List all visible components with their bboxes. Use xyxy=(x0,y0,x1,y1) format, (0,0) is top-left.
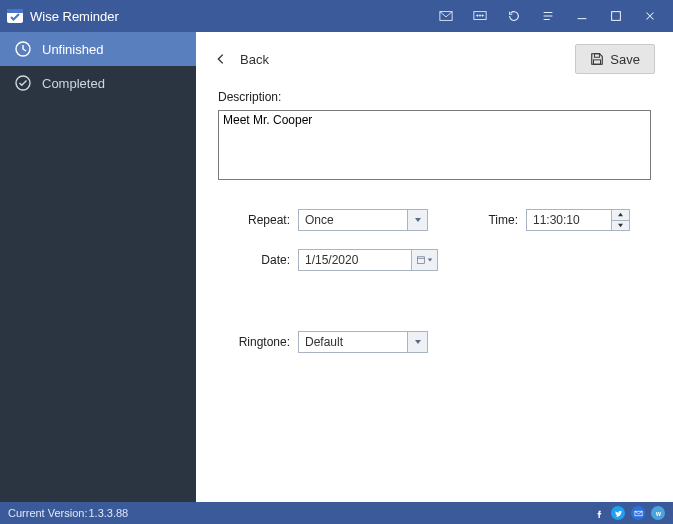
time-label: Time: xyxy=(478,213,518,227)
description-label: Description: xyxy=(218,90,651,104)
chevron-down-icon[interactable] xyxy=(407,332,427,352)
facebook-icon[interactable] xyxy=(591,506,605,520)
back-button[interactable]: Back xyxy=(214,52,269,67)
sidebar: Unfinished Completed xyxy=(0,32,196,502)
app-body: Unfinished Completed Back Save xyxy=(0,32,673,502)
svg-rect-11 xyxy=(594,60,601,64)
repeat-label: Repeat: xyxy=(228,213,290,227)
svg-point-6 xyxy=(482,15,483,16)
maximize-button[interactable] xyxy=(599,0,633,32)
ringtone-label: Ringtone: xyxy=(222,335,290,349)
back-label: Back xyxy=(240,52,269,67)
svg-text:w: w xyxy=(655,509,661,516)
ringtone-select[interactable]: Default xyxy=(298,331,428,353)
status-bar: Current Version: 1.3.3.88 w xyxy=(0,502,673,524)
time-input[interactable]: 11:30:10 xyxy=(526,209,630,231)
chevron-down-icon xyxy=(427,257,433,263)
app-icon xyxy=(6,7,24,25)
main-pane: Back Save Description: Repeat: xyxy=(196,32,673,502)
close-button[interactable] xyxy=(633,0,667,32)
svg-rect-12 xyxy=(417,257,424,264)
check-circle-icon xyxy=(14,74,32,92)
date-input[interactable]: 1/15/2020 xyxy=(298,249,438,271)
svg-point-4 xyxy=(477,15,478,16)
toolbar: Back Save xyxy=(196,32,673,86)
minimize-button[interactable] xyxy=(565,0,599,32)
spin-down-button[interactable] xyxy=(612,221,629,231)
time-value: 11:30:10 xyxy=(527,210,611,230)
title-bar: Wise Reminder xyxy=(0,0,673,32)
calendar-icon xyxy=(417,256,425,264)
chevron-down-icon[interactable] xyxy=(407,210,427,230)
refresh-icon[interactable] xyxy=(497,0,531,32)
save-icon xyxy=(590,52,604,66)
repeat-value: Once xyxy=(299,210,407,230)
spin-up-button[interactable] xyxy=(612,210,629,221)
svg-point-9 xyxy=(16,76,30,90)
sidebar-item-label: Completed xyxy=(42,76,105,91)
app-title: Wise Reminder xyxy=(30,9,119,24)
version-value: 1.3.3.88 xyxy=(88,507,128,519)
mail-icon[interactable] xyxy=(429,0,463,32)
mail-social-icon[interactable] xyxy=(631,506,645,520)
date-picker-button[interactable] xyxy=(411,250,437,270)
twitter-icon[interactable] xyxy=(611,506,625,520)
svg-rect-1 xyxy=(7,9,23,13)
app-window: Wise Reminder xyxy=(0,0,673,524)
sidebar-item-unfinished[interactable]: Unfinished xyxy=(0,32,196,66)
save-label: Save xyxy=(610,52,640,67)
menu-icon[interactable] xyxy=(531,0,565,32)
feedback-icon[interactable] xyxy=(463,0,497,32)
repeat-select[interactable]: Once xyxy=(298,209,428,231)
clock-icon xyxy=(14,40,32,58)
ringtone-value: Default xyxy=(299,332,407,352)
wise-icon[interactable]: w xyxy=(651,506,665,520)
social-links: w xyxy=(591,506,665,520)
date-label: Date: xyxy=(228,253,290,267)
description-input[interactable] xyxy=(218,110,651,180)
svg-rect-7 xyxy=(612,12,621,21)
time-spinner xyxy=(611,210,629,230)
svg-point-5 xyxy=(479,15,480,16)
sidebar-item-label: Unfinished xyxy=(42,42,103,57)
reminder-form: Description: Repeat: Once xyxy=(196,86,673,353)
save-button[interactable]: Save xyxy=(575,44,655,74)
version-label: Current Version: xyxy=(8,507,87,519)
sidebar-item-completed[interactable]: Completed xyxy=(0,66,196,100)
date-value: 1/15/2020 xyxy=(299,250,411,270)
